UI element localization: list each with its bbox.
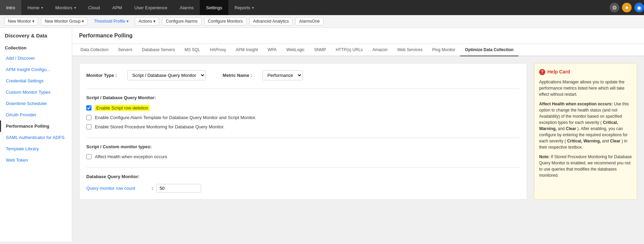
checkbox-row-script-deletion: Enable Script row deletion xyxy=(86,105,520,111)
content-area: Performance Polling Data Collection Serv… xyxy=(72,28,644,242)
user-icon[interactable]: ● xyxy=(622,3,632,12)
top-navigation: Intro Home ▾ Monitors ▾ Cloud APM User E… xyxy=(0,0,644,15)
sidebar-item-custom-monitor-types[interactable]: Custom Monitor Types xyxy=(0,86,72,98)
help-bold4: Clear xyxy=(610,139,620,143)
checkbox-alarm-template-label[interactable]: Enable Configure Alarm Template for Data… xyxy=(95,115,256,120)
configure-monitors-button[interactable]: Configure Monitors xyxy=(204,17,247,25)
sidebar-item-performance-polling[interactable]: Performance Polling xyxy=(0,120,72,132)
sidebar-item-saml[interactable]: SAML Authenticator for ADFS xyxy=(0,132,72,143)
monitor-type-row: Monitor Type : Script / Database Query M… xyxy=(86,70,520,80)
actions-caret: ▾ xyxy=(153,19,155,24)
script-checkbox-group: Enable Script row deletion Enable Config… xyxy=(86,105,520,129)
help-card-body1: Applications Manager allows you to updat… xyxy=(539,79,632,97)
nav-intro[interactable]: Intro xyxy=(0,0,21,15)
nav-alarms[interactable]: Alarms xyxy=(174,0,200,15)
checkbox-alarm-template[interactable] xyxy=(86,115,91,120)
divider-1 xyxy=(86,89,520,89)
threshold-profile-caret: ▾ xyxy=(127,19,129,24)
sidebar-item-apm-insight[interactable]: APM Insight Configu... xyxy=(0,64,72,75)
checkbox-row-alarm-template: Enable Configure Alarm Template for Data… xyxy=(86,115,520,120)
settings-icon[interactable]: ⚙ xyxy=(610,3,619,12)
help-card-title: ? Help Card xyxy=(539,68,632,75)
sidebar-item-template-library[interactable]: Template Library xyxy=(0,143,72,154)
checkbox-stored-procedure[interactable] xyxy=(86,124,91,129)
tab-database-servers[interactable]: Database Servers xyxy=(137,44,180,56)
new-monitor-button[interactable]: New Monitor ▾ xyxy=(4,17,38,25)
help-bold3: Critical, Warning, xyxy=(567,139,601,143)
main-panel: Monitor Type : Script / Database Query M… xyxy=(79,63,527,200)
tab-ping-monitor[interactable]: Ping Monitor xyxy=(427,44,460,56)
actions-button[interactable]: Actions ▾ xyxy=(135,17,159,25)
help-card-body2: Affect Health when exception occurs: Use… xyxy=(539,101,632,150)
content-header: Performance Polling xyxy=(72,28,644,44)
nav-reports[interactable]: Reports ▾ xyxy=(228,0,260,15)
tabs-bar: Data Collection Servers Database Servers… xyxy=(72,44,644,56)
configure-alarms-button[interactable]: Configure Alarms xyxy=(162,17,201,25)
metric-name-select[interactable]: Performance Availability xyxy=(262,70,303,80)
monitor-type-label: Monitor Type : xyxy=(86,73,117,78)
nav-user-experience[interactable]: User Experience xyxy=(128,0,174,15)
tab-amazon[interactable]: Amazon xyxy=(368,44,392,56)
inner-content: Monitor Type : Script / Database Query M… xyxy=(72,56,644,207)
checkbox-affect-health-label[interactable]: Affect Health when exception occurs xyxy=(95,154,167,159)
query-row: Query monitor row count : xyxy=(86,184,520,193)
tab-ms-sql[interactable]: MS SQL xyxy=(180,44,205,56)
checkbox-row-affect-health: Affect Health when exception occurs xyxy=(86,154,520,159)
threshold-profile-button[interactable]: Threshold Profile ▾ xyxy=(90,18,132,25)
tab-data-collection[interactable]: Data Collection xyxy=(76,44,113,56)
tab-snmp[interactable]: SNMP xyxy=(309,44,331,56)
new-monitor-group-caret: ▾ xyxy=(82,19,84,24)
metric-name-label: Metric Name : xyxy=(223,73,252,78)
script-section-title: Script / Database Query Monitor: xyxy=(86,95,520,100)
nav-apm[interactable]: APM xyxy=(106,0,128,15)
nav-icons: ⚙ ● ◉ xyxy=(610,0,644,15)
affect-health-label: Affect Health when exception occurs: xyxy=(539,102,613,106)
sidebar-item-web-token[interactable]: Web Token xyxy=(0,154,72,166)
new-monitor-group-button[interactable]: New Monitor Group ▾ xyxy=(41,17,88,25)
help-icon: ? xyxy=(539,69,545,75)
sidebar-item-oauth-provider[interactable]: OAuth Provider xyxy=(0,109,72,120)
sidebar-header: Discovery & Data xyxy=(0,28,72,42)
tab-wpa[interactable]: WPA xyxy=(263,44,281,56)
checkbox-script-deletion-label[interactable]: Enable Script row deletion xyxy=(95,105,150,111)
monitor-type-select[interactable]: Script / Database Query Monitor Applicat… xyxy=(127,70,206,80)
checkbox-script-deletion[interactable] xyxy=(86,105,91,111)
tab-haproxy[interactable]: HAProxy xyxy=(205,44,231,56)
tab-web-services[interactable]: Web Services xyxy=(392,44,427,56)
new-monitor-caret: ▾ xyxy=(32,19,34,24)
network-icon[interactable]: ◉ xyxy=(634,3,644,12)
help-card: ? Help Card Applications Manager allows … xyxy=(534,63,637,200)
sidebar-item-credential-settings[interactable]: Credential Settings xyxy=(0,75,72,86)
nav-home[interactable]: Home ▾ xyxy=(21,0,49,15)
help-note-label: Note: xyxy=(539,154,550,159)
tab-optimize-data-collection[interactable]: Optimize Data Collection xyxy=(460,44,518,56)
nav-cloud[interactable]: Cloud xyxy=(82,0,106,15)
tab-http-urls[interactable]: HTTP(s) URLs xyxy=(331,44,368,56)
nav-settings[interactable]: Settings xyxy=(200,0,228,15)
tab-weblogic[interactable]: WebLogic xyxy=(282,44,309,56)
reports-caret: ▾ xyxy=(252,6,254,10)
main-layout: Discovery & Data Collection Add / Discov… xyxy=(0,28,644,242)
help-and2: and xyxy=(602,139,610,143)
divider-2 xyxy=(86,138,520,138)
tab-apm-insight[interactable]: APM Insight xyxy=(231,44,263,56)
help-card-note: Note: If Stored Procedure Monitoring for… xyxy=(539,154,632,178)
custom-section-title: Script / Custom monitor types: xyxy=(86,144,520,149)
tab-servers[interactable]: Servers xyxy=(113,44,137,56)
toolbar: New Monitor ▾ New Monitor Group ▾ Thresh… xyxy=(0,15,644,28)
query-row-label: Query monitor row count xyxy=(86,186,148,191)
alarms-one-button[interactable]: AlarmsOne xyxy=(295,17,324,25)
query-colon: : xyxy=(152,186,153,191)
sidebar-item-downtime-scheduler[interactable]: Downtime Scheduler xyxy=(0,98,72,109)
sidebar-item-add-discover[interactable]: Add / Discover xyxy=(0,53,72,64)
advanced-analytics-button[interactable]: Advanced Analytics xyxy=(249,17,293,25)
custom-checkbox-group: Affect Health when exception occurs xyxy=(86,154,520,159)
sidebar-section-collection: Collection xyxy=(0,42,72,53)
query-row-input[interactable] xyxy=(156,184,201,193)
checkbox-affect-health[interactable] xyxy=(86,154,91,159)
checkbox-stored-procedure-label[interactable]: Enable Stored Procedure Monitoring for D… xyxy=(95,124,225,129)
home-caret: ▾ xyxy=(41,6,43,10)
sidebar: Discovery & Data Collection Add / Discov… xyxy=(0,28,72,242)
nav-monitors[interactable]: Monitors ▾ xyxy=(49,0,82,15)
checkbox-row-stored-procedure: Enable Stored Procedure Monitoring for D… xyxy=(86,124,520,129)
